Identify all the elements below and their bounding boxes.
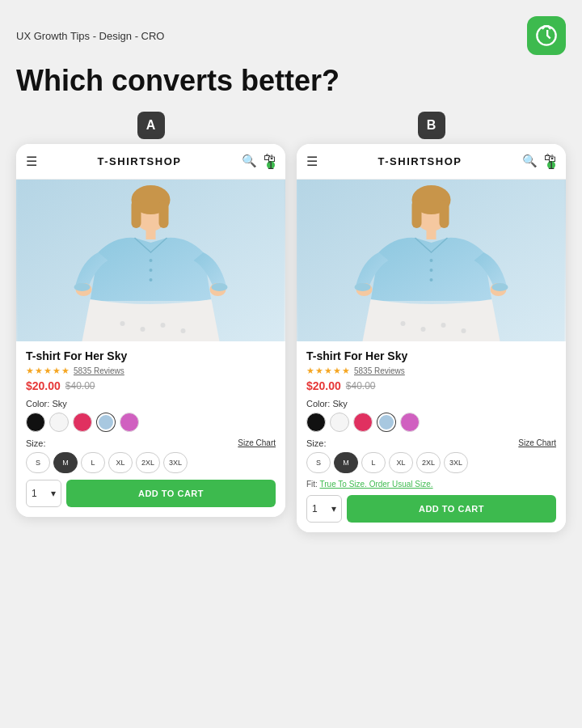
fit-link-b[interactable]: True To Size. Order Usual Size.	[320, 480, 433, 489]
size-xl-a[interactable]: XL	[108, 452, 133, 473]
variant-b-label: B	[418, 112, 445, 139]
cart-badge-b: 1	[547, 161, 555, 169]
variant-b-wrapper: B ☰ T-SHIRTSHOP 🔍 🛍 1	[297, 112, 566, 532]
ab-container: A ☰ T-SHIRTSHOP 🔍 🛍 1	[16, 112, 566, 532]
svg-point-15	[161, 323, 166, 328]
svg-point-12	[212, 283, 228, 291]
svg-rect-21	[440, 200, 449, 228]
svg-point-16	[181, 328, 186, 333]
svg-point-11	[74, 283, 91, 291]
nav-icons-b: 🔍 🛍 1	[522, 150, 556, 172]
qty-select-a[interactable]: 1 ▾	[26, 480, 61, 507]
product-info-b: T-shirt For Her Sky ★★★★★ 5835 Reviews $…	[297, 341, 566, 532]
price-row-b: $20.00 $40.00	[306, 379, 556, 392]
svg-point-8	[150, 259, 153, 262]
reviews-b[interactable]: 5835 Reviews	[354, 366, 405, 375]
color-swatches-b	[306, 413, 556, 432]
variant-a-wrapper: A ☰ T-SHIRTSHOP 🔍 🛍 1	[16, 112, 285, 532]
fit-text-b: Fit: True To Size. Order Usual Size.	[306, 480, 556, 489]
price-row-a: $20.00 $40.00	[26, 379, 276, 392]
variant-a-nav: ☰ T-SHIRTSHOP 🔍 🛍 1	[16, 144, 285, 180]
size-row-header-b: Size: Size Chart	[306, 438, 556, 448]
svg-point-28	[355, 283, 371, 291]
price-original-a: $40.00	[65, 380, 95, 392]
stars-row-b: ★★★★★ 5835 Reviews	[306, 366, 556, 376]
size-s-a[interactable]: S	[26, 452, 50, 473]
top-bar: UX Growth Tips - Design - CRO	[16, 16, 566, 55]
size-2xl-a[interactable]: 2XL	[136, 452, 160, 473]
size-m-a[interactable]: M	[53, 452, 78, 473]
menu-icon-a[interactable]: ☰	[26, 154, 37, 169]
svg-rect-4	[159, 200, 169, 228]
cart-icon-a[interactable]: 🛍 1	[264, 150, 276, 172]
size-chart-b[interactable]: Size Chart	[518, 438, 556, 447]
svg-point-25	[430, 259, 433, 262]
size-l-a[interactable]: L	[81, 452, 105, 473]
size-row-header-a: Size: Size Chart	[26, 438, 276, 448]
svg-point-31	[421, 327, 426, 332]
svg-point-10	[150, 278, 153, 281]
stars-a: ★★★★★	[26, 366, 70, 376]
product-image-a	[16, 180, 285, 341]
svg-rect-5	[146, 228, 156, 239]
size-s-b[interactable]: S	[306, 452, 331, 473]
headline: Which converts better?	[16, 65, 566, 97]
menu-icon-b[interactable]: ☰	[306, 154, 318, 169]
timer-icon	[535, 24, 558, 47]
cart-badge-a: 1	[267, 161, 275, 169]
price-current-b: $20.00	[306, 379, 341, 392]
size-3xl-b[interactable]: 3XL	[444, 452, 468, 473]
add-to-cart-b[interactable]: ADD TO CART	[347, 495, 556, 523]
swatch-white-a[interactable]	[49, 413, 69, 432]
add-to-cart-a[interactable]: ADD TO CART	[66, 480, 276, 507]
page-wrapper: UX Growth Tips - Design - CRO Which conv…	[0, 0, 582, 728]
swatch-black-a[interactable]	[26, 413, 45, 432]
nav-icons-a: 🔍 🛍 1	[242, 150, 276, 172]
size-label-b: Size:	[306, 438, 326, 448]
svg-point-33	[462, 328, 466, 333]
swatch-sky-b[interactable]	[377, 413, 396, 432]
size-l-b[interactable]: L	[361, 452, 386, 473]
size-xl-b[interactable]: XL	[389, 452, 413, 473]
svg-point-29	[492, 283, 508, 291]
size-3xl-a[interactable]: 3XL	[163, 452, 188, 473]
svg-point-30	[401, 321, 406, 326]
svg-point-27	[430, 278, 433, 281]
price-original-b: $40.00	[346, 380, 376, 392]
swatch-white-b[interactable]	[330, 413, 349, 432]
product-svg-b	[297, 180, 566, 341]
svg-point-26	[430, 269, 433, 272]
size-2xl-b[interactable]: 2XL	[416, 452, 441, 473]
size-buttons-a: S M L XL 2XL 3XL	[26, 452, 276, 473]
variant-b-nav: ☰ T-SHIRTSHOP 🔍 🛍 1	[297, 144, 566, 180]
swatch-black-b[interactable]	[306, 413, 326, 432]
reviews-a[interactable]: 5835 Reviews	[74, 366, 124, 375]
size-m-b[interactable]: M	[334, 452, 358, 473]
qty-select-b[interactable]: 1 ▾	[306, 495, 342, 523]
search-icon-a[interactable]: 🔍	[242, 154, 257, 168]
timer-icon-btn[interactable]	[527, 16, 566, 55]
svg-rect-3	[132, 200, 141, 228]
header-title: UX Growth Tips - Design - CRO	[16, 30, 165, 42]
swatch-sky-a[interactable]	[96, 413, 116, 432]
product-title-a: T-shirt For Her Sky	[26, 349, 276, 362]
swatch-red-b[interactable]	[353, 413, 373, 432]
cart-icon-b[interactable]: 🛍 1	[544, 150, 556, 172]
qty-chevron-b: ▾	[331, 503, 336, 514]
brand-title-a: T-SHIRTSHOP	[98, 155, 182, 167]
swatch-pink-a[interactable]	[120, 413, 139, 432]
size-chart-a[interactable]: Size Chart	[238, 438, 276, 447]
swatch-pink-b[interactable]	[400, 413, 420, 432]
swatch-red-a[interactable]	[73, 413, 92, 432]
svg-point-13	[120, 321, 125, 326]
color-label-b: Color: Sky	[306, 399, 556, 408]
product-info-a: T-shirt For Her Sky ★★★★★ 5835 Reviews $…	[16, 341, 285, 517]
cart-row-b: 1 ▾ ADD TO CART	[306, 495, 556, 523]
search-icon-b[interactable]: 🔍	[522, 154, 538, 168]
stars-row-a: ★★★★★ 5835 Reviews	[26, 366, 276, 376]
product-image-b	[297, 180, 566, 341]
svg-rect-20	[412, 200, 422, 228]
color-swatches-a	[26, 413, 276, 432]
qty-chevron-a: ▾	[51, 488, 56, 499]
brand-title-b: T-SHIRTSHOP	[378, 155, 462, 167]
